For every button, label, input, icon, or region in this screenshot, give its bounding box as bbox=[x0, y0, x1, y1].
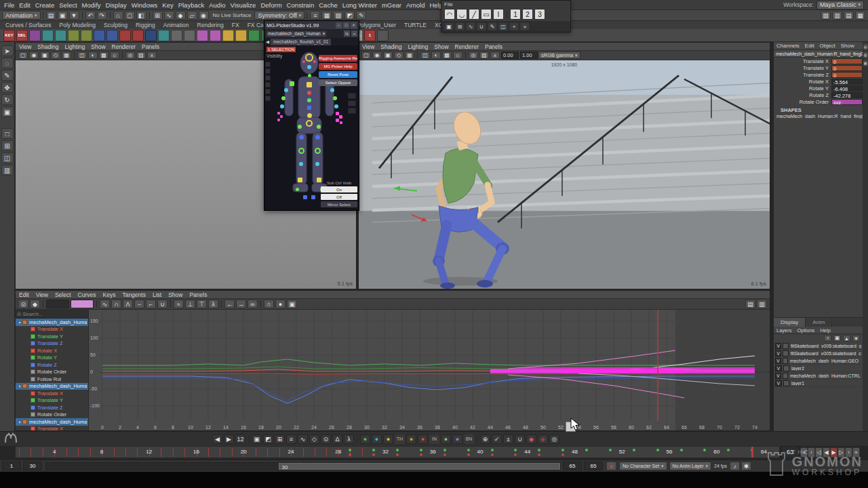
clamped-tangent-icon[interactable]: ∩ bbox=[111, 300, 121, 308]
channel-name[interactable]: Translate Z bbox=[775, 72, 831, 78]
menu-item[interactable]: Playback bbox=[178, 1, 205, 9]
modeling-toolkit-toggle-icon[interactable]: ▨ bbox=[821, 11, 831, 20]
infinity-icon[interactable]: ∞ bbox=[248, 300, 258, 308]
text-icon[interactable]: I bbox=[493, 9, 504, 20]
select-camera-icon[interactable]: ▢ bbox=[361, 52, 371, 59]
shelf-icon[interactable] bbox=[248, 30, 260, 41]
picker-ctrl-button[interactable] bbox=[334, 104, 338, 108]
picker-ctrl-button[interactable] bbox=[298, 148, 304, 154]
shelf-tab[interactable]: FX bbox=[232, 22, 239, 28]
channel-box-menu-item[interactable]: Show bbox=[841, 43, 854, 49]
plateau-tangent-icon[interactable]: ∪ bbox=[157, 300, 167, 308]
shelf-icon[interactable]: KEY bbox=[3, 30, 15, 41]
playback-prefs-icon[interactable]: ✱ bbox=[741, 462, 751, 470]
open-scene-icon[interactable]: ▣ bbox=[58, 11, 68, 20]
step-tangent-icon[interactable]: ⌐ bbox=[146, 300, 156, 308]
picker-ctrl-button[interactable] bbox=[308, 74, 311, 77]
step-back-key-button[interactable]: ‹ bbox=[808, 447, 815, 458]
refresh-icon[interactable]: N bbox=[344, 30, 350, 37]
mirror-icon[interactable]: ◫ bbox=[498, 22, 508, 30]
picker-mini-button[interactable] bbox=[265, 82, 271, 87]
snap-grid-icon[interactable]: ⊞ bbox=[153, 11, 163, 20]
toggle-dot-icon[interactable]: ● bbox=[418, 434, 428, 444]
value-entry-field[interactable] bbox=[71, 300, 94, 308]
render-view-icon[interactable]: ▦ bbox=[321, 11, 332, 20]
shelf-icon[interactable] bbox=[184, 30, 195, 41]
menu-item[interactable]: Edit bbox=[19, 1, 30, 9]
anim-tool-icon[interactable]: ∪ bbox=[515, 434, 525, 444]
pre-infinity-cycle-icon[interactable]: ← bbox=[224, 300, 235, 308]
layer-color-swatch[interactable] bbox=[783, 373, 788, 379]
isolate-select-icon[interactable]: ◎ bbox=[125, 52, 135, 59]
picker-ctrl-button[interactable] bbox=[290, 81, 294, 86]
channel-tree-row[interactable]: Rotate Z bbox=[16, 361, 88, 369]
menu-item[interactable]: Key bbox=[162, 1, 173, 9]
picker-mini-button[interactable] bbox=[348, 100, 356, 106]
frame-entry-field[interactable] bbox=[46, 300, 69, 308]
shelf-tab[interactable]: Polygons_User bbox=[357, 22, 396, 28]
character-set-dropdown[interactable]: No Character Set▾ bbox=[619, 462, 667, 470]
layer-color-swatch[interactable] bbox=[783, 365, 789, 371]
layer-visibility-toggle[interactable]: V bbox=[775, 343, 781, 349]
picker-ctrl-button[interactable] bbox=[299, 135, 304, 140]
picker-tab[interactable]: mechaMech_flourish_v1_01 bbox=[271, 39, 331, 45]
move-tool[interactable]: ✥ bbox=[1, 82, 14, 93]
toggle-dot-icon[interactable]: ● bbox=[406, 434, 416, 444]
channel-box-tab-icon[interactable]: ▤ bbox=[863, 43, 868, 50]
viewport-menu-item[interactable]: Show bbox=[434, 43, 448, 50]
picker-mini-button[interactable] bbox=[265, 75, 271, 81]
menu-item[interactable]: File bbox=[4, 1, 14, 9]
gamma-field[interactable]: 1.00 bbox=[520, 52, 538, 59]
anim-tool-icon[interactable]: ≡ bbox=[286, 434, 296, 444]
channel-name[interactable]: Translate Y bbox=[775, 65, 831, 71]
channel-value-field[interactable]: 0 bbox=[831, 72, 863, 78]
paint-select-tool[interactable]: ✎ bbox=[1, 70, 14, 81]
current-frame-field[interactable]: 63 bbox=[781, 446, 799, 458]
sub-ctrl-off-button[interactable]: Off bbox=[321, 194, 357, 200]
step-forward-frame-button[interactable]: ▷ bbox=[837, 447, 845, 458]
shelf-icon[interactable] bbox=[106, 30, 118, 41]
anim-tool-icon[interactable]: ✓ bbox=[492, 434, 502, 444]
animation-end-field[interactable]: 65 bbox=[584, 462, 603, 470]
picker-ctrl-button[interactable] bbox=[302, 60, 305, 63]
menu-item[interactable]: Constrain bbox=[287, 1, 315, 9]
picker-ctrl-button[interactable] bbox=[299, 162, 303, 166]
frame-step-field[interactable]: 12 bbox=[235, 434, 245, 444]
exposure-icon[interactable]: ± bbox=[490, 52, 500, 59]
channel-name[interactable]: Translate X bbox=[775, 58, 831, 64]
graph-editor-menu-item[interactable]: Keys bbox=[103, 291, 116, 298]
snap-curve-icon[interactable]: ∿ bbox=[164, 11, 174, 20]
search-field[interactable]: ◎ Search... bbox=[16, 310, 88, 319]
play-backwards-button[interactable]: ◀ bbox=[823, 447, 830, 458]
channel-name[interactable]: Rotate Y bbox=[775, 85, 831, 92]
layer-visibility-toggle[interactable]: V bbox=[775, 365, 782, 371]
auto-key-icon[interactable]: ♦ bbox=[606, 462, 616, 470]
outliner-toggle-icon[interactable]: ▤ bbox=[745, 300, 755, 308]
graph-editor-menu-item[interactable]: Select bbox=[55, 291, 71, 298]
image-plane-icon[interactable]: ▦ bbox=[405, 52, 414, 59]
channel-box-toggle-icon[interactable]: ▦ bbox=[855, 11, 865, 20]
anim-tool-icon[interactable]: ± bbox=[503, 434, 513, 444]
picker-ctrl-button[interactable] bbox=[340, 121, 342, 124]
spline-tangent-icon[interactable]: ∿ bbox=[100, 300, 110, 308]
workspace-dropdown[interactable]: Maya Classic▾ bbox=[816, 1, 864, 9]
menu-item[interactable]: Deform bbox=[260, 1, 281, 9]
picker-ctrl-button[interactable] bbox=[315, 162, 319, 166]
tab-display[interactable]: Display bbox=[774, 318, 806, 327]
free-tangent-weight-icon[interactable]: λ bbox=[208, 300, 218, 308]
menu-item[interactable]: File bbox=[444, 1, 453, 7]
shelf-icon[interactable] bbox=[81, 30, 92, 41]
layer-name[interactable]: mechaMech_dash_Human:GEO_LAY... bbox=[790, 359, 861, 363]
picker-mini-button[interactable] bbox=[265, 89, 271, 94]
step-back-frame-button[interactable]: ◁ bbox=[815, 447, 823, 458]
layer-name[interactable]: mechaMech_dash_Human:CTRL_LA... bbox=[790, 373, 861, 378]
channel-tree-row[interactable]: Translate Y bbox=[16, 333, 88, 340]
layer-row[interactable]: V mechaMech_dash_Human:CTRL_LA... bbox=[774, 372, 863, 380]
graph-editor-menu-item[interactable]: Tangents bbox=[122, 291, 146, 298]
move-layer-up-icon[interactable]: ▲ bbox=[843, 335, 850, 342]
curve-snap-icon[interactable]: ∿ bbox=[466, 22, 475, 30]
viewport-menu-item[interactable]: Lighting bbox=[64, 43, 85, 50]
picker-ctrl-button[interactable] bbox=[307, 91, 311, 95]
picker-ctrl-button[interactable] bbox=[307, 98, 311, 102]
layer-name[interactable]: layer2 bbox=[791, 366, 804, 371]
